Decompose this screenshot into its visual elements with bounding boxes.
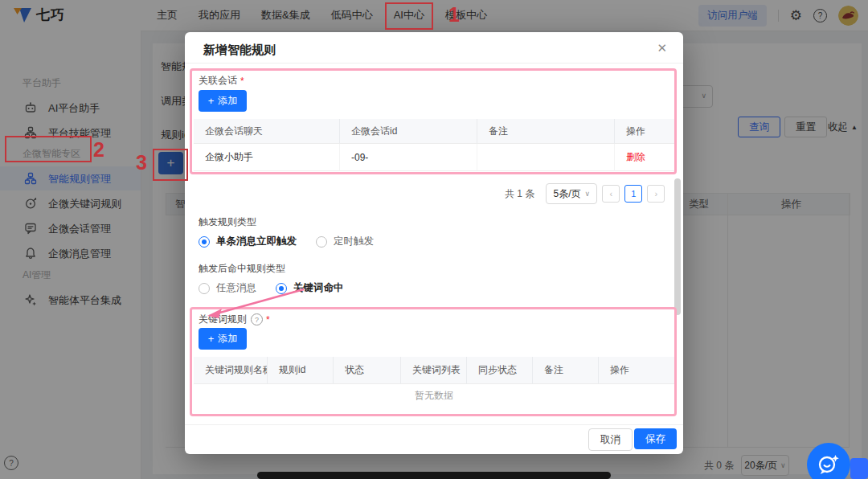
empty-state: 暂无数据	[194, 384, 674, 407]
question-circle-icon[interactable]: ?	[251, 313, 263, 325]
col-action: 操作	[615, 119, 674, 144]
ai-chat-fab[interactable]	[807, 443, 850, 479]
col-remark: 备注	[477, 119, 615, 144]
keyword-rules-label: 关键词规则 ? *	[199, 313, 270, 326]
annotation-step-3: 3	[136, 153, 147, 173]
trigger-type-radios: 单条消息立即触发 定时触发	[199, 235, 374, 248]
total-count: 共 1 条	[505, 187, 534, 201]
related-session-label: 关联会话*	[199, 74, 244, 88]
col-status: 状态	[334, 357, 401, 384]
add-smart-rule-modal: 新增智能规则 ✕ 关联会话* +添加 企微会话聊天 企微会话id 备注 操作 企…	[185, 32, 683, 454]
chevron-down-icon: ∨	[585, 190, 591, 198]
radio-scheduled-trigger[interactable]: 定时触发	[316, 235, 374, 248]
bottom-dock-bar	[257, 472, 611, 479]
hit-type-label: 触发后命中规则类型	[199, 262, 285, 276]
modal-footer-divider	[185, 424, 683, 425]
radio-off-icon	[199, 283, 210, 294]
annotation-step-1: 1	[448, 5, 460, 25]
plus-icon: +	[208, 334, 215, 344]
modal-header-divider	[185, 63, 683, 63]
cancel-button[interactable]: 取消	[588, 428, 633, 451]
chat-smile-icon	[815, 451, 842, 478]
col-rule-id: 规则id	[268, 357, 334, 384]
col-keyword-list: 关键词列表	[401, 357, 467, 384]
keyword-rules-table: 关键词规则名称 规则id 状态 关键词列表 同步状态 备注 操作 暂无数据	[194, 357, 674, 407]
required-asterisk: *	[266, 314, 270, 325]
session-table: 企微会话聊天 企微会话id 备注 操作 企微小助手 -09- 删除	[194, 119, 674, 171]
required-asterisk: *	[240, 76, 244, 87]
next-page-button[interactable]: ›	[647, 185, 665, 203]
col-keyword-rule-name: 关键词规则名称	[194, 357, 268, 384]
col-action: 操作	[599, 357, 674, 384]
modal-title: 新增智能规则	[203, 43, 276, 58]
annotation-step-2: 2	[93, 140, 104, 160]
radio-off-icon	[316, 236, 327, 248]
prev-page-button[interactable]: ‹	[602, 185, 620, 203]
save-button[interactable]: 保存	[634, 428, 677, 449]
radio-keyword-hit[interactable]: 关键词命中	[276, 281, 344, 295]
modal-scrollbar[interactable]	[674, 178, 681, 315]
radio-on-icon	[276, 283, 287, 294]
close-icon[interactable]: ✕	[657, 41, 667, 55]
col-session-id: 企微会话id	[340, 119, 477, 144]
cell-session-name: 企微小助手	[194, 144, 340, 171]
plus-icon: +	[208, 96, 215, 106]
radio-any-message[interactable]: 任意消息	[199, 281, 256, 295]
radio-on-icon	[199, 236, 210, 248]
radio-single-message-trigger[interactable]: 单条消息立即触发	[199, 235, 297, 248]
hit-type-radios: 任意消息 关键词命中	[199, 281, 344, 295]
cell-session-id: -09-	[340, 144, 477, 171]
col-sync-status: 同步状态	[467, 357, 533, 384]
session-pagination: 共 1 条 5条/页∨ ‹ 1 ›	[505, 183, 665, 204]
corner-blue-button[interactable]	[850, 458, 868, 479]
help-corner-icon[interactable]: ?	[4, 456, 18, 470]
add-keyword-rule-button[interactable]: +添加	[199, 328, 247, 350]
page-size-select[interactable]: 5条/页∨	[546, 183, 597, 204]
page-1-button[interactable]: 1	[624, 185, 642, 203]
cell-remark	[477, 144, 615, 171]
col-remark: 备注	[533, 357, 599, 384]
delete-link[interactable]: 删除	[626, 150, 645, 164]
trigger-type-label: 触发规则类型	[199, 215, 256, 229]
col-session-chat: 企微会话聊天	[194, 119, 340, 144]
add-session-button[interactable]: +添加	[199, 90, 247, 112]
